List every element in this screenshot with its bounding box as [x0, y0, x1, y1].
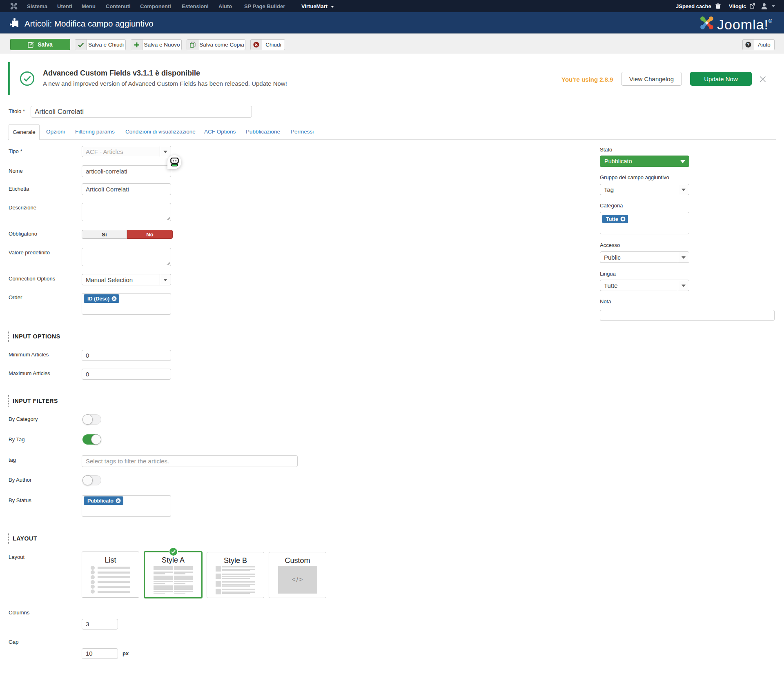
svg-text:?: ? [747, 42, 749, 47]
